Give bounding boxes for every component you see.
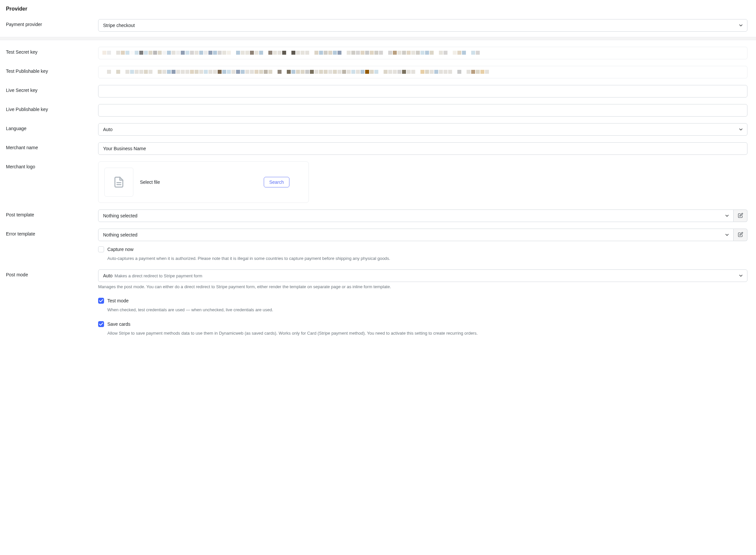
capture-now-help: Auto-captures a payment when it is autho… <box>98 256 748 261</box>
chevron-down-icon <box>739 128 743 131</box>
post-mode-label: Post mode <box>6 272 28 278</box>
file-icon <box>104 168 133 197</box>
merchant-logo-file-selector: Select file Search <box>98 161 309 203</box>
test-mode-help: When checked, test credentials are used … <box>98 307 748 313</box>
file-placeholder-text: Select file <box>140 179 257 185</box>
merchant-name-input[interactable] <box>98 142 748 155</box>
chevron-down-icon <box>725 233 729 237</box>
chevron-down-icon <box>725 214 729 217</box>
test-publishable-key-input[interactable] <box>98 66 748 78</box>
payment-provider-select[interactable]: Stripe checkout <box>98 19 748 32</box>
test-secret-key-row: Test Secret key <box>0 43 756 62</box>
error-template-edit-button[interactable] <box>733 228 748 241</box>
error-template-label: Error template <box>6 231 35 237</box>
payment-provider-row: Payment provider Stripe checkout <box>0 16 756 35</box>
post-mode-help: Manages the post mode. You can either do… <box>98 284 748 290</box>
chevron-down-icon <box>739 274 743 278</box>
capture-now-label: Capture now <box>107 247 133 252</box>
test-mode-checkbox[interactable] <box>98 298 104 304</box>
merchant-name-row: Merchant name <box>0 139 756 158</box>
post-template-row: Post template Nothing selected <box>0 206 756 225</box>
post-mode-row: Post mode Auto Makes a direct redirect t… <box>0 267 756 292</box>
post-template-select[interactable]: Nothing selected <box>98 210 733 222</box>
section-divider <box>0 37 756 40</box>
error-template-select[interactable]: Nothing selected <box>98 228 733 241</box>
live-publishable-key-input[interactable] <box>98 104 748 117</box>
error-template-row: Error template Nothing selected <box>0 225 756 244</box>
edit-icon <box>738 232 743 238</box>
payment-provider-label: Payment provider <box>6 22 42 27</box>
live-publishable-key-row: Live Publishable key <box>0 101 756 120</box>
save-cards-checkbox[interactable] <box>98 321 104 327</box>
language-label: Language <box>6 126 26 131</box>
test-publishable-key-label: Test Publishable key <box>6 69 48 74</box>
save-cards-label: Save cards <box>107 322 130 327</box>
search-button[interactable]: Search <box>264 177 290 187</box>
chevron-down-icon <box>739 24 743 27</box>
capture-now-checkbox[interactable] <box>98 246 104 252</box>
test-mode-label: Test mode <box>107 298 129 303</box>
language-select[interactable]: Auto <box>98 123 748 136</box>
section-header: Provider <box>0 0 756 16</box>
language-row: Language Auto <box>0 120 756 139</box>
live-secret-key-row: Live Secret key <box>0 82 756 101</box>
post-template-edit-button[interactable] <box>733 210 748 222</box>
live-secret-key-input[interactable] <box>98 85 748 97</box>
save-cards-row: Save cards Allow Stripe to save payment … <box>0 319 756 342</box>
save-cards-help: Allow Stripe to save payment methods dat… <box>98 330 748 336</box>
post-template-label: Post template <box>6 212 34 217</box>
edit-icon <box>738 213 743 219</box>
live-publishable-key-label: Live Publishable key <box>6 107 48 112</box>
post-mode-select[interactable]: Auto Makes a direct redirect to Stripe p… <box>98 269 748 282</box>
test-secret-key-input[interactable] <box>98 47 748 59</box>
test-publishable-key-row: Test Publishable key <box>0 62 756 82</box>
test-secret-key-label: Test Secret key <box>6 49 38 55</box>
merchant-name-label: Merchant name <box>6 145 38 150</box>
merchant-logo-label: Merchant logo <box>6 164 35 169</box>
capture-now-row: Capture now Auto-captures a payment when… <box>0 244 756 267</box>
live-secret-key-label: Live Secret key <box>6 88 38 93</box>
merchant-logo-row: Merchant logo Select file Search <box>0 158 756 206</box>
section-title: Provider <box>6 6 750 12</box>
test-mode-row: Test mode When checked, test credentials… <box>0 296 756 319</box>
